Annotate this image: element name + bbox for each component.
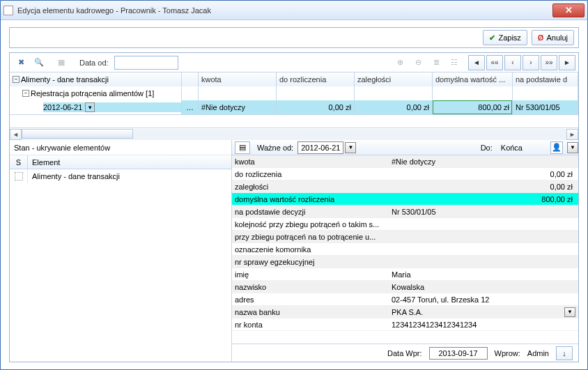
detail-key: nr konta <box>232 321 389 329</box>
grid: − Alimenty - dane transakcji kwota do ro… <box>10 72 578 115</box>
detail-row[interactable]: do rozliczenia0,00 zł <box>232 168 578 180</box>
filter-icon[interactable]: ≣ <box>428 55 444 70</box>
cell-kwota[interactable]: #Nie dotyczy <box>199 100 277 114</box>
detail-value[interactable]: #Nie dotyczy <box>389 157 578 166</box>
detail-row[interactable]: na podstawie decyzjiNr 530/01/05 <box>232 206 578 218</box>
detail-value[interactable]: 02-457 Toruń, ul. Brzeska 12 <box>389 295 578 304</box>
save-label: Zapisz <box>498 33 520 42</box>
detail-row[interactable]: domyślna wartość rozliczenia800,00 zł <box>232 193 578 206</box>
add-icon[interactable]: ⊕ <box>392 55 408 70</box>
data-wpr-value[interactable]: 2013-09-17 <box>429 347 488 360</box>
detail-row[interactable]: imięMaria <box>232 268 578 281</box>
col-kwota[interactable]: kwota <box>199 72 277 86</box>
detail-key: na podstawie decyzji <box>232 208 389 216</box>
tree-root-row[interactable]: − Alimenty - dane transakcji <box>10 72 182 86</box>
detail-value[interactable]: 0,00 zł <box>389 183 578 191</box>
chevron-down-icon[interactable]: ▼ <box>564 307 575 317</box>
cancel-button[interactable]: Ø Anuluj <box>532 30 574 45</box>
detail-row[interactable]: nr sprawy egzekucyjnej <box>232 256 578 268</box>
close-button[interactable]: ✕ <box>552 3 585 17</box>
detail-row[interactable]: adres02-457 Toruń, ul. Brzeska 12 <box>232 293 578 306</box>
chevron-down-icon[interactable]: ▼ <box>85 102 95 112</box>
detail-row[interactable]: kolejność przy zbiegu potrąceń o takim s… <box>232 218 578 231</box>
col-s[interactable]: S <box>10 155 28 169</box>
detail-row[interactable]: przy zbiegu potrąceń na to potrącenie u.… <box>232 231 578 243</box>
detail-header: ▤ Ważne od: 2012-06-21 ▼ Do: Końca 👤 ▼ <box>232 140 578 155</box>
tree-leaf-row[interactable]: 2012-06-21 ▼ <box>10 100 182 114</box>
detail-row[interactable]: zaległości0,00 zł <box>232 180 578 193</box>
content-area: ✔ Zapisz Ø Anuluj ✖ 🔍 ▦ Data od: ⊕ ⊖ ≣ <box>1 20 587 369</box>
detail-value[interactable]: 0,00 zł <box>389 170 578 178</box>
collapse-icon[interactable]: − <box>13 76 20 83</box>
detail-row[interactable]: oznaczenie komornika <box>232 243 578 256</box>
window-title: Edycja elementu kadrowego - Pracownik - … <box>17 6 552 15</box>
detail-key: przy zbiegu potrąceń na to potrącenie u.… <box>232 233 389 241</box>
document-icon[interactable]: ▤ <box>235 141 250 154</box>
col-domyslna[interactable]: domyślna wartość ... <box>433 72 513 86</box>
state-row[interactable]: Alimenty - dane transakcji <box>10 169 231 183</box>
person-icon[interactable]: 👤 <box>550 141 563 154</box>
nav-back[interactable]: ‹ <box>504 55 521 70</box>
detail-value[interactable]: PKA S.A. <box>389 308 564 316</box>
tree-child-label: Rejestracja potrącenia alimentów [1] <box>31 89 154 98</box>
tree-child-row[interactable]: − Rejestracja potrącenia alimentów [1] <box>10 86 182 100</box>
cell-do-rozliczenia[interactable]: 0,00 zł <box>277 100 355 114</box>
sort-icon[interactable]: ☷ <box>446 55 463 70</box>
detail-row[interactable]: nr konta12341234123412341234 <box>232 318 578 331</box>
cell-na-podstawie[interactable]: Nr 530/01/05 <box>513 100 578 114</box>
state-item-label: Alimenty - dane transakcji <box>28 169 231 183</box>
checkbox-icon[interactable] <box>15 172 23 180</box>
col-element[interactable]: Element <box>28 155 231 169</box>
collapse-icon[interactable]: − <box>22 90 29 97</box>
detail-row[interactable]: nazwa bankuPKA S.A.▼ <box>232 306 578 318</box>
detail-value[interactable]: Kowalska <box>389 283 578 291</box>
scroll-left-icon[interactable]: ◄ <box>10 129 22 140</box>
col-zaleglosci[interactable]: zaległości <box>355 72 433 86</box>
col-do-rozliczenia[interactable]: do rozliczenia <box>277 72 355 86</box>
col-na-podstawie[interactable]: na podstawie d <box>513 72 578 86</box>
search-icon[interactable]: 🔍 <box>31 55 47 70</box>
nav-first[interactable]: ◄ <box>468 55 485 70</box>
chevron-down-icon[interactable]: ▼ <box>345 142 356 153</box>
detail-row[interactable]: nazwiskoKowalska <box>232 281 578 293</box>
detail-row[interactable]: kwota#Nie dotyczy <box>232 155 578 168</box>
horizontal-scrollbar[interactable]: ◄ ► <box>10 128 578 140</box>
scroll-right-icon[interactable]: ► <box>566 129 578 140</box>
detail-value[interactable]: Maria <box>389 270 578 279</box>
state-checkbox-cell[interactable] <box>10 169 28 183</box>
detail-value[interactable]: 12341234123412341234 <box>389 321 578 329</box>
grid-icon[interactable]: ▦ <box>53 55 70 70</box>
wazne-od-label: Ważne od: <box>253 144 297 152</box>
nav-fast-back[interactable]: «« <box>486 55 503 70</box>
titlebar: Edycja elementu kadrowego - Pracownik - … <box>1 1 587 20</box>
empty-cell <box>433 86 513 100</box>
chevron-down-icon[interactable]: ▼ <box>567 142 578 153</box>
state-header: S Element <box>10 155 231 169</box>
cell-zaleglosci[interactable]: 0,00 zł <box>355 100 433 114</box>
detail-key: oznaczenie komornika <box>232 245 389 254</box>
cancel-label: Anuluj <box>546 33 568 42</box>
nav-last[interactable]: ► <box>559 55 575 70</box>
date-from-label: Data od: <box>75 59 113 67</box>
cell-domyslna[interactable]: 800,00 zł <box>433 100 513 114</box>
detail-key: kolejność przy zbiegu potrąceń o takim s… <box>232 220 389 229</box>
wprow-value: Admin <box>527 349 549 357</box>
down-arrow-button[interactable]: ↓ <box>556 346 573 360</box>
empty-cell <box>513 86 578 100</box>
scroll-thumb[interactable] <box>22 129 133 139</box>
row-detail-button[interactable]: … <box>182 100 199 114</box>
detail-key: domyślna wartość rozliczenia <box>232 195 389 203</box>
nav-fwd[interactable]: › <box>523 55 539 70</box>
detail-value[interactable]: Nr 530/01/05 <box>389 208 578 216</box>
remove-icon[interactable]: ⊖ <box>410 55 426 70</box>
action-bar: ✔ Zapisz Ø Anuluj <box>9 27 579 48</box>
nav-fast-fwd[interactable]: »» <box>541 55 557 70</box>
save-button[interactable]: ✔ Zapisz <box>483 30 527 45</box>
tools-icon[interactable]: ✖ <box>13 55 29 70</box>
detail-value[interactable]: 800,00 zł <box>389 195 578 203</box>
data-wpr-label: Data Wpr: <box>387 349 422 357</box>
state-pane: Stan - ukrywanie elementów S Element Ali… <box>10 140 232 362</box>
wazne-od-value[interactable]: 2012-06-21 <box>297 141 343 154</box>
date-from-input[interactable] <box>114 56 178 70</box>
scroll-track[interactable] <box>22 129 566 140</box>
